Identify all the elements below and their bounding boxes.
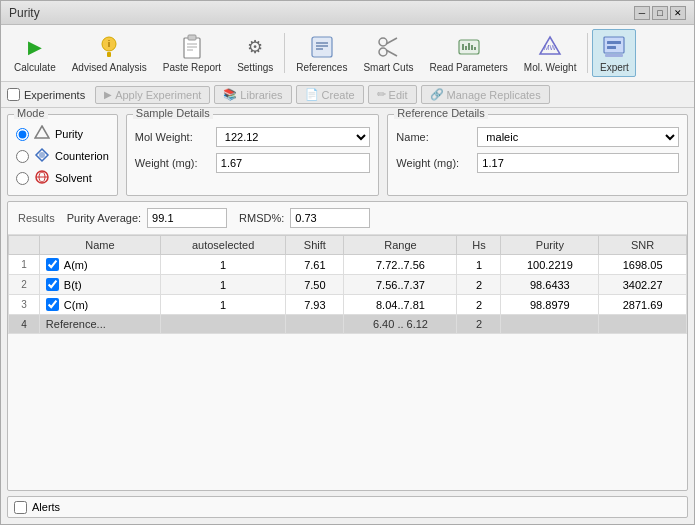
sample-weight-row: Weight (mg): bbox=[135, 153, 371, 173]
alerts-bar: Alerts bbox=[7, 496, 688, 518]
svg-line-14 bbox=[386, 38, 397, 44]
calculate-button[interactable]: ▶ Calculate bbox=[7, 29, 63, 77]
ref-weight-input[interactable] bbox=[477, 153, 679, 173]
row-name-text: C(m) bbox=[64, 299, 88, 311]
references-button[interactable]: References bbox=[289, 29, 354, 77]
purity-avg-label: Purity Average: bbox=[67, 212, 141, 224]
close-button[interactable]: ✕ bbox=[670, 6, 686, 20]
experiments-checkbox[interactable] bbox=[7, 88, 20, 101]
results-table: Name autoselected Shift Range Hs Purity … bbox=[8, 235, 687, 334]
settings-button[interactable]: ⚙ Settings bbox=[230, 29, 280, 77]
th-autoselected: autoselected bbox=[160, 236, 285, 255]
purity-radio-row: Purity bbox=[16, 125, 109, 143]
row-autoselected: 1 bbox=[160, 275, 285, 295]
results-section: Results Purity Average: RMSD%: Name bbox=[7, 201, 688, 491]
rmsd-label: RMSD%: bbox=[239, 212, 284, 224]
smart-cuts-icon bbox=[374, 33, 402, 61]
rmsd-input[interactable] bbox=[290, 208, 370, 228]
row-checkbox[interactable] bbox=[46, 298, 59, 311]
ref-name-select[interactable]: maleic bbox=[477, 127, 679, 147]
maximize-button[interactable]: □ bbox=[652, 6, 668, 20]
solvent-icon bbox=[34, 169, 50, 187]
row-range: 8.04..7.81 bbox=[344, 295, 457, 315]
ref-name-label: Name: bbox=[396, 131, 471, 143]
row-purity bbox=[501, 315, 599, 334]
table-header-row: Name autoselected Shift Range Hs Purity … bbox=[9, 236, 687, 255]
th-shift: Shift bbox=[286, 236, 344, 255]
experiments-label: Experiments bbox=[24, 89, 85, 101]
row-name: Reference... bbox=[39, 315, 160, 334]
results-table-container: Name autoselected Shift Range Hs Purity … bbox=[8, 235, 687, 490]
svg-text:MW: MW bbox=[544, 44, 557, 51]
manage-replicates-button[interactable]: 🔗 Manage Replicates bbox=[421, 85, 550, 104]
edit-button[interactable]: ✏ Edit bbox=[368, 85, 417, 104]
read-parameters-icon bbox=[455, 33, 483, 61]
top-row: Mode Purity bbox=[7, 114, 688, 196]
libraries-button[interactable]: 📚 Libraries bbox=[214, 85, 291, 104]
calculate-icon: ▶ bbox=[21, 33, 49, 61]
references-icon bbox=[308, 33, 336, 61]
row-name-text: B(t) bbox=[64, 279, 82, 291]
row-snr: 3402.27 bbox=[599, 275, 687, 295]
solvent-radio-row: Solvent bbox=[16, 169, 109, 187]
expert-button[interactable]: Expert bbox=[592, 29, 636, 77]
row-hs: 2 bbox=[457, 315, 501, 334]
results-label: Results bbox=[18, 212, 55, 224]
sample-details-label: Sample Details bbox=[133, 108, 213, 119]
solvent-radio[interactable] bbox=[16, 172, 29, 185]
svg-rect-25 bbox=[607, 41, 621, 44]
apply-experiment-button[interactable]: ▶ Apply Experiment bbox=[95, 86, 210, 104]
alerts-label: Alerts bbox=[32, 501, 60, 513]
advised-analysis-button[interactable]: i Advised Analysis bbox=[65, 29, 154, 77]
row-snr: 2871.69 bbox=[599, 295, 687, 315]
row-shift: 7.93 bbox=[286, 295, 344, 315]
purity-icon bbox=[34, 125, 50, 143]
mol-weight-select[interactable]: 122.12 bbox=[216, 127, 371, 147]
row-name: C(m) bbox=[39, 295, 160, 315]
purity-radio[interactable] bbox=[16, 128, 29, 141]
th-snr: SNR bbox=[599, 236, 687, 255]
smart-cuts-button[interactable]: Smart Cuts bbox=[356, 29, 420, 77]
svg-point-29 bbox=[39, 152, 45, 158]
alerts-checkbox[interactable] bbox=[14, 501, 27, 514]
ref-weight-label: Weight (mg): bbox=[396, 157, 471, 169]
purity-avg-row: Purity Average: bbox=[67, 208, 227, 228]
mol-weight-icon: MW bbox=[536, 33, 564, 61]
row-range: 7.56..7.37 bbox=[344, 275, 457, 295]
create-button[interactable]: 📄 Create bbox=[296, 85, 364, 104]
paste-report-button[interactable]: Paste Report bbox=[156, 29, 228, 77]
row-purity: 98.6433 bbox=[501, 275, 599, 295]
th-num bbox=[9, 236, 40, 255]
results-header: Results Purity Average: RMSD%: bbox=[8, 202, 687, 235]
row-checkbox[interactable] bbox=[46, 258, 59, 271]
minimize-button[interactable]: ─ bbox=[634, 6, 650, 20]
row-name: A(m) bbox=[39, 255, 160, 275]
row-num: 4 bbox=[9, 315, 40, 334]
svg-rect-26 bbox=[607, 46, 616, 49]
row-shift: 7.61 bbox=[286, 255, 344, 275]
th-hs: Hs bbox=[457, 236, 501, 255]
apply-experiment-icon: ▶ bbox=[104, 89, 112, 100]
libraries-icon: 📚 bbox=[223, 88, 237, 101]
th-purity: Purity bbox=[501, 236, 599, 255]
sample-weight-input[interactable] bbox=[216, 153, 371, 173]
title-bar: Purity ─ □ ✕ bbox=[1, 1, 694, 25]
row-checkbox[interactable] bbox=[46, 278, 59, 291]
table-row: 1 A(m) 1 7.61 7.72..7.56 1 100.2219 1698… bbox=[9, 255, 687, 275]
reference-details-section: Reference Details Name: maleic Weight (m… bbox=[387, 114, 688, 196]
purity-avg-input[interactable] bbox=[147, 208, 227, 228]
mol-weight-button[interactable]: MW Mol. Weight bbox=[517, 29, 584, 77]
edit-icon: ✏ bbox=[377, 88, 386, 101]
table-row: 3 C(m) 1 7.93 8.04..7.81 2 98.8979 2871.… bbox=[9, 295, 687, 315]
mol-weight-row: Mol Weight: 122.12 bbox=[135, 127, 371, 147]
row-hs: 2 bbox=[457, 275, 501, 295]
content-area: Mode Purity bbox=[1, 108, 694, 524]
row-name: B(t) bbox=[39, 275, 160, 295]
sample-weight-label: Weight (mg): bbox=[135, 157, 210, 169]
advised-analysis-icon: i bbox=[95, 33, 123, 61]
row-num: 2 bbox=[9, 275, 40, 295]
th-name: Name bbox=[39, 236, 160, 255]
counterion-radio[interactable] bbox=[16, 150, 29, 163]
read-parameters-button[interactable]: Read Parameters bbox=[422, 29, 514, 77]
mol-weight-label: Mol Weight: bbox=[135, 131, 210, 143]
